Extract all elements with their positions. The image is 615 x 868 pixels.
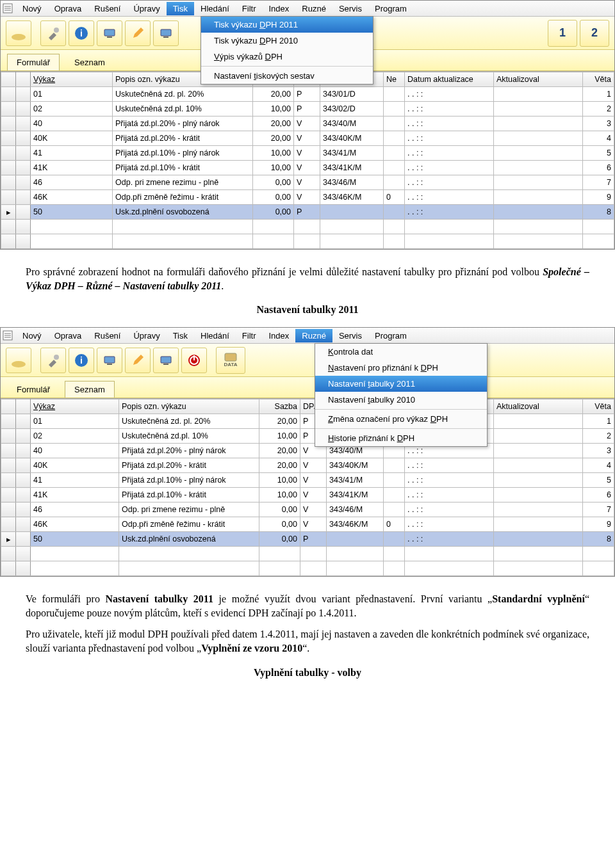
tab-seznam[interactable]: Seznam [65, 54, 115, 70]
svg-text:i: i [80, 355, 83, 366]
table-row[interactable]: 46KOdp.při změně řežimu - krátit0,00V343… [1, 517, 614, 532]
toolbar-logo[interactable] [6, 348, 31, 373]
menu-tisk[interactable]: Tisk [167, 2, 194, 15]
menu-item[interactable]: Tisk výkazu DPH 2010 [201, 33, 373, 49]
menu-oprava[interactable]: Oprava [48, 2, 88, 15]
table-row[interactable]: 40KPřijatá zd.pl.20% - krátit20,00V343/4… [1, 458, 614, 473]
menu-nový[interactable]: Nový [16, 329, 48, 342]
menu-item[interactable]: Nastavení pro přiznání k DPH [315, 360, 487, 376]
table-row[interactable]: 41Přijatá zd.pl.10% - plný nárok10,00V34… [1, 473, 614, 488]
table-row-empty [1, 547, 614, 561]
toolbar-btn-pc[interactable] [97, 20, 122, 46]
app-icon [2, 330, 13, 341]
grid: VýkazPopis ozn. výkazuSazbaDP/VÚčet daně… [1, 71, 614, 249]
menu-index[interactable]: Index [263, 329, 296, 342]
table-row[interactable]: 02Uskutečněná zd.pl. 10%10,00P343/02/D. … [1, 102, 614, 117]
menu-tisk[interactable]: Tisk [167, 329, 194, 342]
toolbar-btn-2[interactable]: 2 [580, 20, 609, 47]
menu-ruzné[interactable]: Ruzné [295, 2, 332, 15]
grid-gutter [16, 399, 31, 414]
menu-item[interactable]: Nastavení tabulky 2010 [315, 392, 487, 408]
table-row[interactable]: ▸50Usk.zd.plnění osvobozená0,00P. . : :8 [1, 205, 614, 220]
toolbar-btn-info[interactable]: i [69, 20, 94, 46]
menu-item[interactable]: Změna označení pro výkaz DPH [315, 411, 487, 427]
menu-hledání[interactable]: Hledání [194, 329, 236, 342]
menu-servis[interactable]: Servis [332, 329, 368, 342]
menu-item[interactable]: Nastavení tiskových sestav [201, 68, 373, 84]
toolbar-btn-pc[interactable] [97, 348, 122, 373]
table-row[interactable]: 46Odp. pri zmene rezimu - plně0,00V343/4… [1, 502, 614, 517]
menu-úpravy[interactable]: Úpravy [127, 329, 166, 342]
table-row[interactable]: 40Přijatá zd.pl.20% - plný nárok20,00V34… [1, 117, 614, 131]
menubar: NovýOpravaRušeníÚpravyTiskHledáníFiltrIn… [1, 328, 614, 344]
grid: VýkazPopis ozn. výkazuSazbaDP/VÚčet daně… [1, 398, 614, 576]
grid-gutter [16, 72, 31, 87]
table-row-empty [1, 234, 614, 249]
svg-point-17 [54, 355, 59, 360]
menu-item[interactable]: Nastavení tabulky 2011 [315, 376, 487, 392]
menu-filtr[interactable]: Filtr [236, 2, 263, 15]
doc-paragraph-3: Pro uživatele, kteří již modul DPH použí… [26, 627, 589, 655]
table-row[interactable]: 02Uskutečněná zd.pl. 10%10,00P343/02/D. … [1, 429, 614, 444]
col-ne[interactable]: Ne [384, 72, 405, 87]
menu-nový[interactable]: Nový [16, 2, 48, 15]
col-datum[interactable]: Datum aktualizace [405, 72, 494, 87]
table-row[interactable]: 41KPřijatá zd.pl.10% - krátit10,00V343/4… [1, 488, 614, 502]
menubar: NovýOpravaRušeníÚpravyTiskHledáníFiltrIn… [1, 1, 614, 17]
menu-program[interactable]: Program [368, 329, 413, 342]
table-row-empty [1, 561, 614, 576]
menu-hledání[interactable]: Hledání [194, 2, 236, 15]
table-row[interactable]: 46Odp. pri zmene rezimu - plně0,00V343/4… [1, 175, 614, 190]
table-row[interactable]: 01Uskutečněná zd. pl. 20%20,00P343/01/D.… [1, 87, 614, 102]
toolbar-btn-edit[interactable] [125, 20, 151, 46]
tab-formular[interactable]: Formulář [7, 381, 60, 398]
toolbar-btn-pc2[interactable] [153, 348, 179, 373]
toolbar-btn-pc2[interactable] [153, 20, 179, 46]
table-row[interactable]: ▸50Usk.zd.plnění osvobozená0,00P. . : :8 [1, 532, 614, 547]
menu-rušení[interactable]: Rušení [88, 2, 127, 15]
menu-item[interactable]: Kontrola dat [315, 344, 487, 360]
doc-heading-2: Vyplnění tabulky - volby [0, 667, 615, 679]
col-aktual[interactable]: Aktualizoval [494, 72, 583, 87]
table-row[interactable]: 46KOdp.při změně řežimu - krátit0,00V343… [1, 190, 614, 205]
menu-rušení[interactable]: Rušení [88, 329, 127, 342]
menu-servis[interactable]: Servis [332, 2, 368, 15]
menu-program[interactable]: Program [368, 2, 413, 15]
menu-item[interactable]: Historie přiznání k DPH [315, 430, 487, 446]
menu-item[interactable]: Tisk výkazu DPH 2011 [201, 17, 373, 33]
tab-seznam[interactable]: Seznam [65, 381, 115, 398]
table-row[interactable]: 41Přijatá zd.pl.10% - plný nárok10,00V34… [1, 146, 614, 161]
menu-ruzné[interactable]: Ruzné [295, 329, 332, 342]
menu-úpravy[interactable]: Úpravy [127, 2, 166, 15]
col-sazba[interactable]: Sazba [259, 399, 300, 414]
grid-gutter [1, 72, 16, 87]
col-popis[interactable]: Popis ozn. výkazu [119, 399, 259, 414]
tab-formular[interactable]: Formulář [7, 54, 60, 70]
col-veta[interactable]: Věta [583, 399, 614, 414]
col-vykaz[interactable]: Výkaz [31, 399, 119, 414]
toolbar: i DATA [1, 344, 614, 377]
table-row[interactable]: 01Uskutečněná zd. pl. 20%20,00P343/01/D.… [1, 414, 614, 429]
col-veta[interactable]: Věta [583, 72, 614, 87]
toolbar-logo[interactable] [6, 20, 31, 46]
col-aktual[interactable]: Aktualizoval [494, 399, 583, 414]
toolbar-btn-1[interactable]: 1 [548, 20, 577, 47]
table-row[interactable]: 41KPřijatá zd.pl.10% - krátit10,00V343/4… [1, 161, 614, 175]
toolbar-btn-info[interactable]: i [69, 348, 94, 373]
toolbar-btn-tools[interactable] [40, 20, 66, 46]
svg-rect-9 [107, 36, 112, 38]
col-vykaz[interactable]: Výkaz [31, 72, 113, 87]
menu-index[interactable]: Index [263, 2, 296, 15]
toolbar-btn-tools[interactable] [40, 348, 66, 373]
table-row[interactable]: 40Přijatá zd.pl.20% - plný nárok20,00V34… [1, 444, 614, 458]
app-screenshot-ruzne: NovýOpravaRušeníÚpravyTiskHledáníFiltrIn… [0, 327, 615, 577]
menu-filtr[interactable]: Filtr [236, 329, 263, 342]
toolbar-btn-edit[interactable] [125, 348, 151, 373]
table-row[interactable]: 40KPřijatá zd.pl.20% - krátit20,00V343/4… [1, 131, 614, 146]
menu-item[interactable]: Výpis výkazů DPH [201, 49, 373, 65]
svg-rect-27 [225, 353, 236, 361]
menu-oprava[interactable]: Oprava [48, 329, 88, 342]
toolbar-btn-power[interactable] [181, 348, 207, 373]
svg-rect-20 [104, 357, 115, 363]
toolbar-btn-data[interactable]: DATA [216, 347, 245, 374]
